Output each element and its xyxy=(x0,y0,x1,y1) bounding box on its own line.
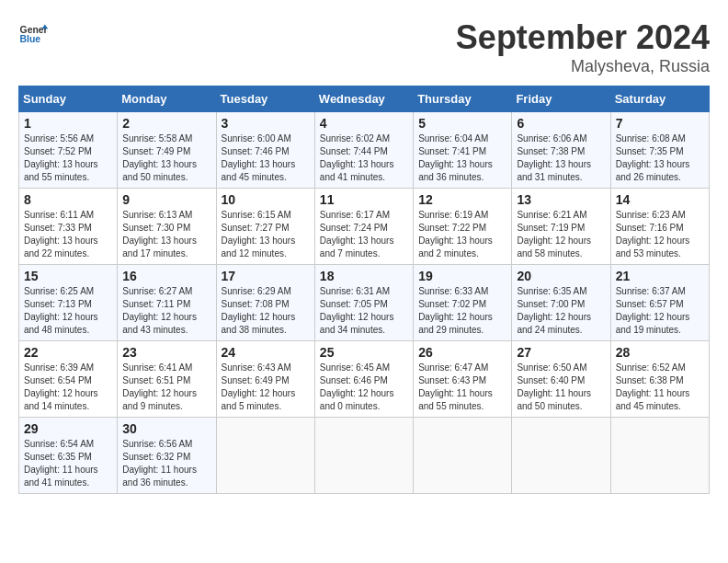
title-area: September 2024 Malysheva, Russia xyxy=(456,18,710,76)
day-info: Sunrise: 6:29 AM Sunset: 7:08 PM Dayligh… xyxy=(222,285,310,337)
table-row xyxy=(610,418,709,494)
table-row: 5Sunrise: 6:04 AM Sunset: 7:41 PM Daylig… xyxy=(414,112,512,189)
day-info: Sunrise: 6:00 AM Sunset: 7:46 PM Dayligh… xyxy=(222,132,310,184)
table-row: 27Sunrise: 6:50 AM Sunset: 6:40 PM Dayli… xyxy=(512,341,610,418)
day-number: 26 xyxy=(418,345,506,360)
table-row: 17Sunrise: 6:29 AM Sunset: 7:08 PM Dayli… xyxy=(216,265,314,341)
day-info: Sunrise: 6:21 AM Sunset: 7:19 PM Dayligh… xyxy=(517,209,605,260)
col-friday: Friday xyxy=(512,86,610,112)
day-number: 17 xyxy=(222,269,310,283)
svg-text:Blue: Blue xyxy=(20,34,41,44)
col-sunday: Sunday xyxy=(19,86,118,112)
table-row: 10Sunrise: 6:15 AM Sunset: 7:27 PM Dayli… xyxy=(216,189,314,265)
day-number: 21 xyxy=(616,269,704,283)
day-number: 3 xyxy=(222,116,310,131)
table-row: 16Sunrise: 6:27 AM Sunset: 7:11 PM Dayli… xyxy=(118,265,216,341)
day-number: 30 xyxy=(122,421,210,436)
day-number: 25 xyxy=(320,345,408,360)
day-info: Sunrise: 6:25 AM Sunset: 7:13 PM Dayligh… xyxy=(24,285,112,337)
day-number: 11 xyxy=(320,192,408,207)
day-number: 22 xyxy=(24,345,112,360)
day-number: 1 xyxy=(24,116,112,131)
day-info: Sunrise: 6:04 AM Sunset: 7:41 PM Dayligh… xyxy=(418,132,506,184)
day-info: Sunrise: 6:50 AM Sunset: 6:40 PM Dayligh… xyxy=(517,362,605,413)
day-number: 4 xyxy=(320,116,408,131)
day-number: 19 xyxy=(418,269,506,283)
table-row: 9Sunrise: 6:13 AM Sunset: 7:30 PM Daylig… xyxy=(118,189,216,265)
calendar-week-row: 22Sunrise: 6:39 AM Sunset: 6:54 PM Dayli… xyxy=(19,341,710,418)
day-info: Sunrise: 6:54 AM Sunset: 6:35 PM Dayligh… xyxy=(24,438,112,489)
day-number: 7 xyxy=(616,116,704,131)
table-row: 29Sunrise: 6:54 AM Sunset: 6:35 PM Dayli… xyxy=(19,418,118,494)
day-info: Sunrise: 6:06 AM Sunset: 7:38 PM Dayligh… xyxy=(517,132,605,184)
col-tuesday: Tuesday xyxy=(216,86,314,112)
day-number: 8 xyxy=(24,192,112,207)
table-row xyxy=(414,418,512,494)
day-info: Sunrise: 6:43 AM Sunset: 6:49 PM Dayligh… xyxy=(222,362,310,413)
day-number: 6 xyxy=(517,116,605,131)
day-info: Sunrise: 6:08 AM Sunset: 7:35 PM Dayligh… xyxy=(616,132,704,184)
day-info: Sunrise: 6:31 AM Sunset: 7:05 PM Dayligh… xyxy=(320,285,408,337)
day-number: 24 xyxy=(222,345,310,360)
col-thursday: Thursday xyxy=(414,86,512,112)
table-row: 1Sunrise: 5:56 AM Sunset: 7:52 PM Daylig… xyxy=(19,112,118,189)
day-info: Sunrise: 6:39 AM Sunset: 6:54 PM Dayligh… xyxy=(24,362,112,413)
day-info: Sunrise: 6:41 AM Sunset: 6:51 PM Dayligh… xyxy=(122,362,210,413)
table-row: 7Sunrise: 6:08 AM Sunset: 7:35 PM Daylig… xyxy=(610,112,709,189)
day-info: Sunrise: 6:19 AM Sunset: 7:22 PM Dayligh… xyxy=(418,209,506,260)
day-info: Sunrise: 6:17 AM Sunset: 7:24 PM Dayligh… xyxy=(320,209,408,260)
day-number: 10 xyxy=(222,192,310,207)
col-wednesday: Wednesday xyxy=(314,86,413,112)
calendar-week-row: 8Sunrise: 6:11 AM Sunset: 7:33 PM Daylig… xyxy=(19,189,710,265)
day-number: 12 xyxy=(418,192,506,207)
table-row: 6Sunrise: 6:06 AM Sunset: 7:38 PM Daylig… xyxy=(512,112,610,189)
day-number: 5 xyxy=(418,116,506,131)
table-row: 22Sunrise: 6:39 AM Sunset: 6:54 PM Dayli… xyxy=(19,341,118,418)
day-info: Sunrise: 6:56 AM Sunset: 6:32 PM Dayligh… xyxy=(122,438,210,489)
day-number: 27 xyxy=(517,345,605,360)
day-number: 29 xyxy=(24,421,112,436)
table-row: 11Sunrise: 6:17 AM Sunset: 7:24 PM Dayli… xyxy=(314,189,413,265)
table-row: 13Sunrise: 6:21 AM Sunset: 7:19 PM Dayli… xyxy=(512,189,610,265)
day-info: Sunrise: 5:58 AM Sunset: 7:49 PM Dayligh… xyxy=(122,132,210,184)
day-number: 15 xyxy=(24,269,112,283)
day-info: Sunrise: 6:37 AM Sunset: 6:57 PM Dayligh… xyxy=(616,285,704,337)
table-row: 24Sunrise: 6:43 AM Sunset: 6:49 PM Dayli… xyxy=(216,341,314,418)
calendar-table: Sunday Monday Tuesday Wednesday Thursday… xyxy=(18,86,710,494)
table-row: 15Sunrise: 6:25 AM Sunset: 7:13 PM Dayli… xyxy=(19,265,118,341)
table-row xyxy=(314,418,413,494)
day-info: Sunrise: 6:47 AM Sunset: 6:43 PM Dayligh… xyxy=(418,362,506,413)
calendar-header-row: Sunday Monday Tuesday Wednesday Thursday… xyxy=(19,86,710,112)
day-info: Sunrise: 6:52 AM Sunset: 6:38 PM Dayligh… xyxy=(616,362,704,413)
day-info: Sunrise: 6:33 AM Sunset: 7:02 PM Dayligh… xyxy=(418,285,506,337)
day-info: Sunrise: 6:02 AM Sunset: 7:44 PM Dayligh… xyxy=(320,132,408,184)
day-number: 20 xyxy=(517,269,605,283)
location-title: Malysheva, Russia xyxy=(456,57,710,76)
table-row: 4Sunrise: 6:02 AM Sunset: 7:44 PM Daylig… xyxy=(314,112,413,189)
day-info: Sunrise: 5:56 AM Sunset: 7:52 PM Dayligh… xyxy=(24,132,112,184)
table-row: 2Sunrise: 5:58 AM Sunset: 7:49 PM Daylig… xyxy=(118,112,216,189)
day-number: 18 xyxy=(320,269,408,283)
table-row: 26Sunrise: 6:47 AM Sunset: 6:43 PM Dayli… xyxy=(414,341,512,418)
day-number: 2 xyxy=(122,116,210,131)
day-info: Sunrise: 6:13 AM Sunset: 7:30 PM Dayligh… xyxy=(122,209,210,260)
day-number: 9 xyxy=(122,192,210,207)
col-saturday: Saturday xyxy=(610,86,709,112)
day-info: Sunrise: 6:45 AM Sunset: 6:46 PM Dayligh… xyxy=(320,362,408,413)
calendar-week-row: 29Sunrise: 6:54 AM Sunset: 6:35 PM Dayli… xyxy=(19,418,710,494)
table-row: 25Sunrise: 6:45 AM Sunset: 6:46 PM Dayli… xyxy=(314,341,413,418)
calendar-week-row: 15Sunrise: 6:25 AM Sunset: 7:13 PM Dayli… xyxy=(19,265,710,341)
table-row: 23Sunrise: 6:41 AM Sunset: 6:51 PM Dayli… xyxy=(118,341,216,418)
page-header: General Blue September 2024 Malysheva, R… xyxy=(18,18,710,76)
month-title: September 2024 xyxy=(456,18,710,57)
table-row: 8Sunrise: 6:11 AM Sunset: 7:33 PM Daylig… xyxy=(19,189,118,265)
table-row: 28Sunrise: 6:52 AM Sunset: 6:38 PM Dayli… xyxy=(610,341,709,418)
table-row: 18Sunrise: 6:31 AM Sunset: 7:05 PM Dayli… xyxy=(314,265,413,341)
day-info: Sunrise: 6:23 AM Sunset: 7:16 PM Dayligh… xyxy=(616,209,704,260)
day-number: 14 xyxy=(616,192,704,207)
table-row xyxy=(512,418,610,494)
calendar-week-row: 1Sunrise: 5:56 AM Sunset: 7:52 PM Daylig… xyxy=(19,112,710,189)
table-row: 21Sunrise: 6:37 AM Sunset: 6:57 PM Dayli… xyxy=(610,265,709,341)
day-number: 16 xyxy=(122,269,210,283)
day-number: 13 xyxy=(517,192,605,207)
